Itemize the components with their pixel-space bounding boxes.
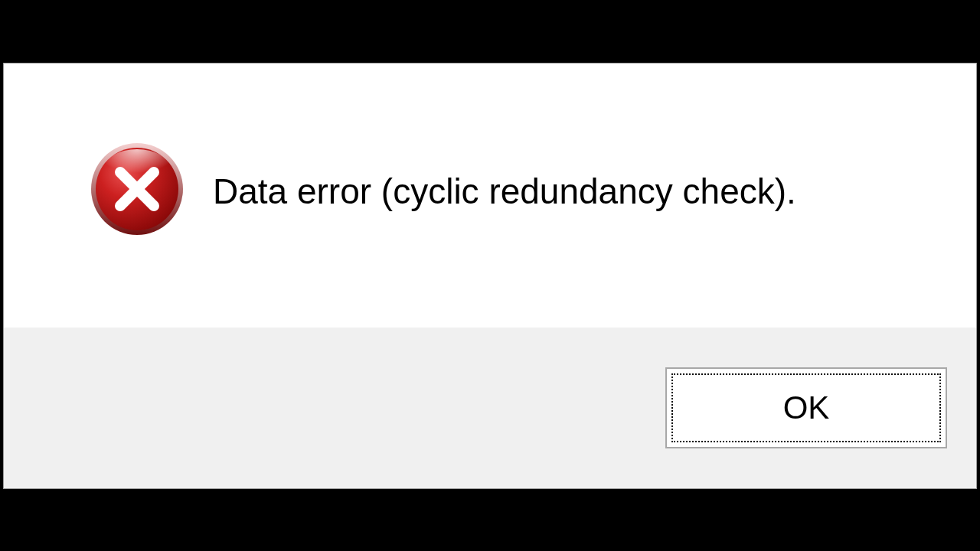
dialog-content: Data error (cyclic redundancy check). [4,64,976,328]
error-message: Data error (cyclic redundancy check). [213,140,796,212]
ok-button-label: OK [783,390,830,426]
dialog-button-area: OK [4,328,976,488]
error-dialog: Data error (cyclic redundancy check). OK [3,63,977,489]
ok-button[interactable]: OK [665,367,947,448]
error-icon [88,140,186,238]
